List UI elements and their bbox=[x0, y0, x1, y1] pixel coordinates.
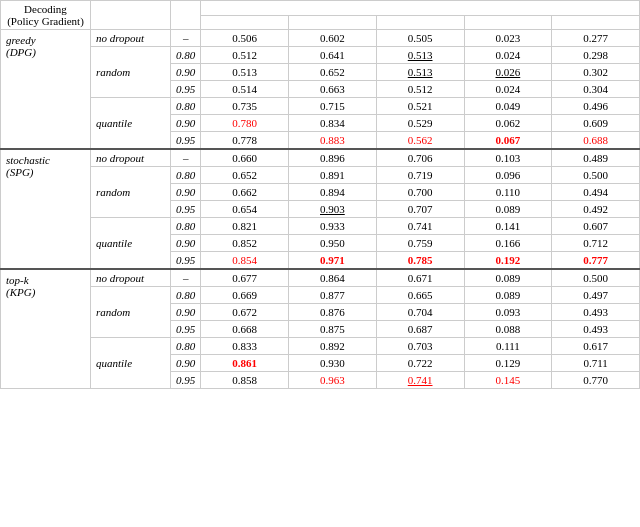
gamma-value: 0.90 bbox=[171, 235, 201, 252]
section-name: stochastic(SPG) bbox=[1, 149, 91, 269]
gamma-value: 0.80 bbox=[171, 338, 201, 355]
gamma-value: 0.90 bbox=[171, 115, 201, 132]
cell-sentiment: 0.821 bbox=[201, 218, 289, 235]
gamma-value: 0.80 bbox=[171, 287, 201, 304]
cell-sentiment: 0.668 bbox=[201, 321, 289, 338]
cell-topic: 0.496 bbox=[552, 98, 640, 115]
cell-sentiment: 0.852 bbox=[201, 235, 289, 252]
cell-emotion: 0.023 bbox=[464, 30, 552, 47]
cell-toxicity: 0.513 bbox=[376, 47, 464, 64]
cell-topic: 0.493 bbox=[552, 321, 640, 338]
dropout-type: no dropout bbox=[91, 30, 171, 47]
table-row: greedy(DPG)no dropout–0.5060.6020.5050.0… bbox=[1, 30, 640, 47]
cell-emotion: 0.166 bbox=[464, 235, 552, 252]
cell-sentiment: 0.672 bbox=[201, 304, 289, 321]
cell-emotion: 0.089 bbox=[464, 269, 552, 287]
cell-politeness: 0.715 bbox=[289, 98, 377, 115]
cell-toxicity: 0.722 bbox=[376, 355, 464, 372]
gamma-value: 0.80 bbox=[171, 218, 201, 235]
cell-emotion: 0.192 bbox=[464, 252, 552, 270]
cell-topic: 0.497 bbox=[552, 287, 640, 304]
section-name: top-k(KPG) bbox=[1, 269, 91, 389]
cell-politeness: 0.864 bbox=[289, 269, 377, 287]
gamma-value: 0.95 bbox=[171, 201, 201, 218]
cell-sentiment: 0.513 bbox=[201, 64, 289, 81]
cell-topic: 0.277 bbox=[552, 30, 640, 47]
gamma-value: 0.80 bbox=[171, 98, 201, 115]
cell-politeness: 0.896 bbox=[289, 149, 377, 167]
cell-toxicity: 0.687 bbox=[376, 321, 464, 338]
gamma-value: – bbox=[171, 269, 201, 287]
cell-sentiment: 0.662 bbox=[201, 184, 289, 201]
gamma-value: – bbox=[171, 149, 201, 167]
cell-politeness: 0.876 bbox=[289, 304, 377, 321]
cell-sentiment: 0.514 bbox=[201, 81, 289, 98]
cell-emotion: 0.088 bbox=[464, 321, 552, 338]
table-row: quantile0.800.8210.9330.7410.1410.607 bbox=[1, 218, 640, 235]
cell-emotion: 0.096 bbox=[464, 167, 552, 184]
cell-toxicity: 0.741 bbox=[376, 372, 464, 389]
cell-emotion: 0.141 bbox=[464, 218, 552, 235]
cell-emotion: 0.024 bbox=[464, 47, 552, 64]
table-row: random0.800.5120.6410.5130.0240.298 bbox=[1, 47, 640, 64]
cell-topic: 0.302 bbox=[552, 64, 640, 81]
cell-sentiment: 0.780 bbox=[201, 115, 289, 132]
cell-politeness: 0.834 bbox=[289, 115, 377, 132]
cell-emotion: 0.049 bbox=[464, 98, 552, 115]
cell-topic: 0.688 bbox=[552, 132, 640, 150]
results-table: Decoding(Policy Gradient) greedy(DPG)no … bbox=[0, 0, 640, 389]
dropout-type: quantile bbox=[91, 338, 171, 389]
cell-politeness: 0.933 bbox=[289, 218, 377, 235]
cell-politeness: 0.903 bbox=[289, 201, 377, 218]
cell-sentiment: 0.660 bbox=[201, 149, 289, 167]
cell-sentiment: 0.506 bbox=[201, 30, 289, 47]
table-row: stochastic(SPG)no dropout–0.6600.8960.70… bbox=[1, 149, 640, 167]
cell-toxicity: 0.562 bbox=[376, 132, 464, 150]
cell-topic: 0.500 bbox=[552, 167, 640, 184]
gamma-value: 0.90 bbox=[171, 304, 201, 321]
cell-toxicity: 0.785 bbox=[376, 252, 464, 270]
cell-sentiment: 0.735 bbox=[201, 98, 289, 115]
cell-politeness: 0.894 bbox=[289, 184, 377, 201]
cell-toxicity: 0.529 bbox=[376, 115, 464, 132]
cell-sentiment: 0.861 bbox=[201, 355, 289, 372]
cell-politeness: 0.963 bbox=[289, 372, 377, 389]
gamma-value: 0.80 bbox=[171, 167, 201, 184]
cell-topic: 0.711 bbox=[552, 355, 640, 372]
cell-emotion: 0.103 bbox=[464, 149, 552, 167]
col-dataset bbox=[201, 1, 640, 16]
cell-politeness: 0.891 bbox=[289, 167, 377, 184]
cell-topic: 0.500 bbox=[552, 269, 640, 287]
cell-toxicity: 0.513 bbox=[376, 64, 464, 81]
col-reward-dropout bbox=[91, 1, 171, 30]
cell-topic: 0.489 bbox=[552, 149, 640, 167]
dropout-type: no dropout bbox=[91, 269, 171, 287]
cell-toxicity: 0.671 bbox=[376, 269, 464, 287]
cell-toxicity: 0.505 bbox=[376, 30, 464, 47]
cell-toxicity: 0.700 bbox=[376, 184, 464, 201]
cell-topic: 0.494 bbox=[552, 184, 640, 201]
cell-sentiment: 0.652 bbox=[201, 167, 289, 184]
cell-emotion: 0.129 bbox=[464, 355, 552, 372]
cell-politeness: 0.971 bbox=[289, 252, 377, 270]
cell-toxicity: 0.719 bbox=[376, 167, 464, 184]
cell-sentiment: 0.833 bbox=[201, 338, 289, 355]
cell-toxicity: 0.707 bbox=[376, 201, 464, 218]
gamma-value: – bbox=[171, 30, 201, 47]
cell-emotion: 0.089 bbox=[464, 201, 552, 218]
cell-sentiment: 0.677 bbox=[201, 269, 289, 287]
cell-toxicity: 0.741 bbox=[376, 218, 464, 235]
cell-politeness: 0.950 bbox=[289, 235, 377, 252]
gamma-value: 0.95 bbox=[171, 81, 201, 98]
cell-politeness: 0.892 bbox=[289, 338, 377, 355]
cell-sentiment: 0.512 bbox=[201, 47, 289, 64]
table-row: top-k(KPG)no dropout–0.6770.8640.6710.08… bbox=[1, 269, 640, 287]
cell-emotion: 0.093 bbox=[464, 304, 552, 321]
cell-topic: 0.607 bbox=[552, 218, 640, 235]
gamma-value: 0.90 bbox=[171, 184, 201, 201]
gamma-value: 0.90 bbox=[171, 355, 201, 372]
cell-toxicity: 0.512 bbox=[376, 81, 464, 98]
cell-emotion: 0.089 bbox=[464, 287, 552, 304]
gamma-value: 0.95 bbox=[171, 372, 201, 389]
gamma-value: 0.95 bbox=[171, 132, 201, 150]
